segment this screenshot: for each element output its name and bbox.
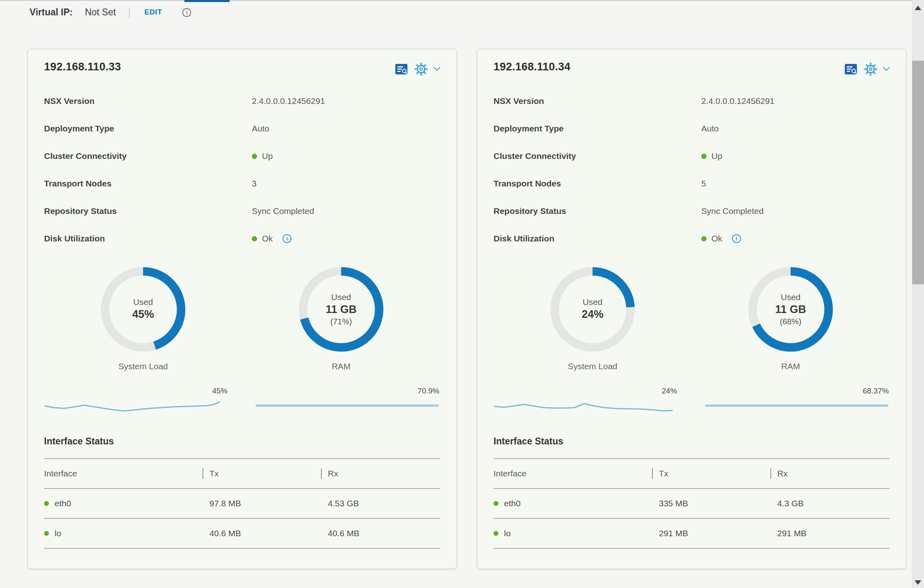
rx-cell: 4.53 GB <box>321 499 440 508</box>
table-row: lo 40.6 MB 40.6 MB <box>44 519 440 548</box>
detail-value: 2.4.0.0.0.12456291 <box>701 96 774 106</box>
list-search-icon[interactable] <box>395 63 409 76</box>
detail-label: Deployment Type <box>44 124 252 133</box>
status-text: Ok <box>262 234 273 243</box>
status-text: Up <box>711 151 722 161</box>
detail-row: Disk Utilization Oki <box>44 225 440 252</box>
detail-value: Auto <box>252 124 269 133</box>
info-circle-icon[interactable]: i <box>182 8 191 17</box>
table-header-cell: Tx <box>652 468 770 479</box>
gauge-value: 24% <box>582 308 603 321</box>
interface-status-section: Interface Status Interface Tx Rx eth0 33… <box>494 436 890 549</box>
sparklines-row: 24% 68.37% <box>494 387 890 412</box>
sparkline-chart <box>494 400 678 412</box>
donut-center: Used 11 GB (71%) <box>299 267 384 352</box>
detail-label: Disk Utilization <box>44 234 252 243</box>
gauge-name: RAM <box>781 362 800 371</box>
sparkline-chart <box>44 400 228 412</box>
donut-center: Used 11 GB (68%) <box>748 267 833 352</box>
ram-gauge: Used 11 GB (68%) RAM <box>692 267 890 371</box>
node-ip-title: 192.168.110.34 <box>494 61 570 73</box>
detail-label: Cluster Connectivity <box>44 151 252 161</box>
detail-value: 2.4.0.0.0.12456291 <box>252 96 325 106</box>
info-circle-icon[interactable]: i <box>283 234 291 243</box>
status-dot-green <box>701 236 707 241</box>
detail-label: Deployment Type <box>494 124 701 133</box>
detail-row: Deployment Type Auto <box>44 115 440 142</box>
sparkline-value-label: 70.9% <box>256 387 440 396</box>
ram-sparkline: 70.9% <box>256 387 440 412</box>
column-label: Tx <box>659 469 668 478</box>
chevron-down-icon[interactable] <box>434 67 440 71</box>
triangle-down-icon[interactable] <box>915 580 921 585</box>
sparkline-chart <box>256 400 440 412</box>
rx-cell: 4.3 GB <box>770 499 890 508</box>
edit-virtual-ip-button[interactable]: EDIT <box>144 8 162 17</box>
detail-row: Transport Nodes 5 <box>494 170 890 197</box>
status-text: Ok <box>711 234 722 243</box>
scrollbar-thumb[interactable] <box>912 61 924 284</box>
detail-row: Deployment Type Auto <box>494 115 890 142</box>
interface-name: lo <box>55 529 61 538</box>
sparkline-chart <box>705 400 890 412</box>
detail-row: Disk Utilization Oki <box>494 225 890 252</box>
card-actions <box>844 62 890 76</box>
interface-name: eth0 <box>55 499 71 508</box>
column-label: Tx <box>209 469 219 478</box>
table-header-cell: Interface <box>494 469 652 478</box>
card-actions <box>395 62 440 76</box>
sparkline-value-label: 45% <box>44 387 228 396</box>
triangle-up-icon[interactable] <box>915 6 921 10</box>
detail-row: Cluster Connectivity Up <box>494 142 890 170</box>
donut-center: Used 24% <box>550 267 635 352</box>
status-dot-green <box>494 501 498 506</box>
status-dot-green <box>44 531 49 536</box>
column-divider <box>203 468 203 479</box>
detail-value: Sync Completed <box>701 206 764 216</box>
status-dot-green <box>252 236 257 241</box>
rx-cell: 291 MB <box>770 529 890 538</box>
detail-label: NSX Version <box>494 96 701 106</box>
gauge-name: System Load <box>568 362 618 371</box>
detail-value: 3 <box>252 179 257 188</box>
gear-icon[interactable] <box>864 62 878 76</box>
detail-value: Oki <box>252 234 291 243</box>
table-row: lo 291 MB 291 MB <box>494 519 890 548</box>
table-header-cell: Tx <box>203 468 321 479</box>
gauge-value: 45% <box>132 308 154 321</box>
sparklines-row: 45% 70.9% <box>44 387 440 412</box>
interface-cell: lo <box>44 529 203 538</box>
divider: | <box>128 6 131 18</box>
vertical-scrollbar[interactable] <box>912 0 924 588</box>
gear-icon[interactable] <box>414 62 428 76</box>
gauges-row: Used 24% System Load Used 11 GB <box>494 267 890 371</box>
detail-label: Repository Status <box>494 206 701 216</box>
info-circle-icon[interactable]: i <box>732 234 741 243</box>
detail-value: Up <box>252 151 273 161</box>
detail-label: Transport Nodes <box>44 179 252 188</box>
tx-cell: 291 MB <box>652 529 770 538</box>
table-header-cell: Rx <box>770 468 890 479</box>
chevron-down-icon[interactable] <box>883 67 890 71</box>
status-text: Up <box>262 151 273 161</box>
gauge-value: 11 GB <box>775 303 806 316</box>
gauge-used-label: Used <box>133 297 153 307</box>
node-card: 192.168.110.34 <box>477 49 906 569</box>
list-search-icon[interactable] <box>844 63 858 76</box>
ram-sparkline: 68.37% <box>705 387 890 412</box>
status-dot-green <box>252 154 257 159</box>
interface-name: lo <box>504 529 511 538</box>
detail-value: Sync Completed <box>252 206 314 216</box>
ram-gauge: Used 11 GB (71%) RAM <box>242 267 440 371</box>
column-divider <box>652 468 653 479</box>
gauge-subvalue: (71%) <box>330 317 352 326</box>
detail-row: Repository Status Sync Completed <box>44 197 440 225</box>
gauge-name: System Load <box>118 362 168 371</box>
donut-chart: Used 24% <box>550 267 635 352</box>
detail-row: Cluster Connectivity Up <box>44 142 440 170</box>
rx-cell: 40.6 MB <box>321 529 440 538</box>
detail-value: Up <box>701 151 722 161</box>
detail-label: NSX Version <box>44 96 252 106</box>
table-header-cell: Interface <box>44 469 203 478</box>
donut-chart: Used 45% <box>101 267 186 352</box>
